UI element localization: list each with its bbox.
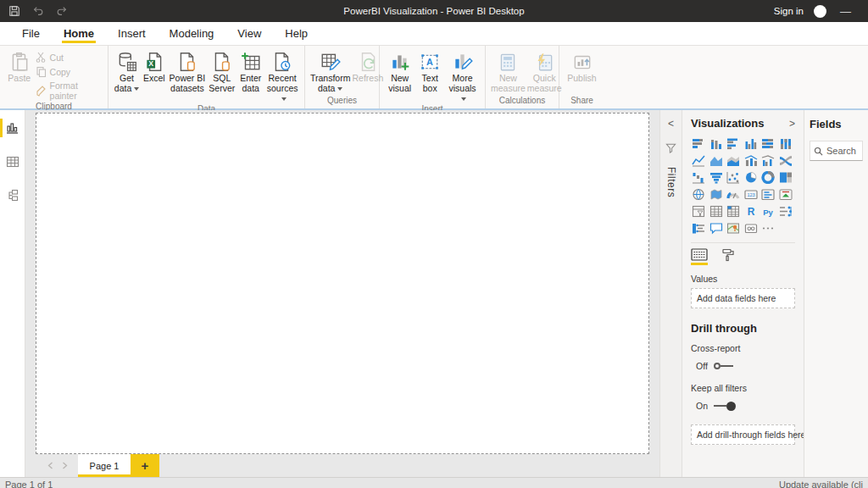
python-visual-icon[interactable]: Py (760, 204, 776, 219)
keep-all-filters-toggle[interactable]: On (696, 401, 795, 411)
next-page-icon[interactable] (62, 462, 68, 469)
field-wells-icon (691, 248, 708, 261)
menu-help[interactable]: Help (273, 22, 320, 45)
minimize-button[interactable]: — (837, 5, 854, 18)
sign-in-button[interactable]: Sign in (774, 6, 804, 16)
model-view-button[interactable] (0, 186, 25, 205)
excel-button[interactable]: X Excel (142, 49, 166, 83)
status-update-notice[interactable]: Update available (cli (779, 479, 863, 488)
kpi-icon[interactable] (778, 187, 793, 202)
cut-button[interactable]: Cut (36, 52, 103, 63)
cross-report-toggle[interactable]: Off (696, 361, 795, 371)
hundred-percent-stacked-bar-chart-icon[interactable] (760, 136, 776, 151)
menu-insert[interactable]: Insert (106, 22, 158, 45)
text-box-button[interactable]: A Text box (416, 49, 443, 93)
area-chart-icon[interactable] (709, 153, 724, 168)
menu-file[interactable]: File (10, 22, 52, 45)
format-paint-roller-icon (721, 248, 735, 262)
table-icon[interactable] (709, 204, 724, 219)
decomposition-tree-icon[interactable] (778, 204, 793, 219)
expand-filters-icon[interactable]: < (668, 119, 674, 129)
filled-map-icon[interactable] (709, 187, 724, 202)
group-label-queries: Queries (305, 95, 379, 108)
arcgis-map-icon[interactable] (726, 221, 741, 236)
menu-view[interactable]: View (225, 22, 273, 45)
publish-icon (571, 51, 593, 73)
add-page-button[interactable]: + (131, 454, 159, 477)
data-view-button[interactable] (0, 152, 25, 171)
copy-button[interactable]: Copy (36, 66, 103, 77)
paginated-report-icon[interactable] (743, 221, 759, 236)
line-chart-icon[interactable] (691, 153, 706, 168)
canvas-area: Page 1 + (25, 110, 659, 477)
card-icon[interactable]: 123 (743, 187, 759, 202)
keep-all-filters-label: Keep all filters (691, 383, 795, 393)
more-visuals-button[interactable]: More visuals (445, 49, 480, 103)
scatter-chart-icon[interactable] (726, 170, 741, 185)
collapse-visualizations-icon[interactable]: > (789, 119, 795, 129)
ribbon-group-clipboard: Paste Cut Copy (0, 46, 108, 108)
values-field-well[interactable]: Add data fields here (691, 288, 795, 308)
recent-sources-dropdown-icon (281, 97, 287, 101)
multi-row-card-icon[interactable] (760, 187, 776, 202)
slicer-icon[interactable] (691, 204, 706, 219)
paste-button[interactable]: Paste (5, 49, 34, 83)
drill-through-field-well[interactable]: Add drill-through fields here (691, 424, 795, 445)
format-painter-button[interactable]: Format painter (36, 80, 103, 101)
matrix-icon[interactable] (726, 204, 741, 219)
report-view-button[interactable] (0, 119, 25, 137)
more-visuals-icon[interactable] (760, 221, 776, 236)
sql-server-button[interactable]: SQL Server (208, 49, 236, 93)
tab-format[interactable] (721, 248, 735, 265)
prev-page-icon[interactable] (47, 462, 53, 469)
key-influencers-icon[interactable] (691, 221, 706, 236)
avatar[interactable] (814, 5, 826, 18)
enter-data-button[interactable]: Enter data (237, 49, 264, 93)
pie-chart-icon[interactable] (743, 170, 759, 185)
transform-data-button[interactable]: Transform data (310, 49, 350, 93)
treemap-icon[interactable] (778, 170, 793, 185)
recent-sources-button[interactable]: Recent sources (265, 49, 299, 103)
stacked-bar-chart-icon[interactable] (691, 136, 706, 151)
recent-sources-icon (271, 51, 293, 73)
tab-fields-wells[interactable] (691, 248, 708, 265)
refresh-button[interactable]: Refresh (352, 49, 383, 83)
fields-search-input[interactable]: Search (810, 141, 863, 161)
quick-measure-button[interactable]: Quick measure (527, 49, 562, 93)
new-measure-button[interactable]: New measure (491, 49, 526, 93)
ribbon-group-insert: New visual A Text box More visuals Inser… (380, 46, 486, 108)
line-and-stacked-column-chart-icon[interactable] (743, 153, 759, 168)
menu-modeling[interactable]: Modeling (158, 22, 226, 45)
publish-button[interactable]: Publish (565, 49, 599, 83)
power-bi-datasets-button[interactable]: Power BI datasets (168, 49, 206, 93)
filters-pane-title[interactable]: Filters (665, 167, 677, 197)
toggle-track (714, 405, 726, 407)
svg-text:X: X (148, 59, 153, 68)
hundred-percent-stacked-column-chart-icon[interactable] (778, 136, 793, 151)
page-tab[interactable]: Page 1 (78, 454, 131, 477)
view-switcher (0, 110, 25, 477)
stacked-column-chart-icon[interactable] (709, 136, 724, 151)
donut-chart-icon[interactable] (760, 170, 776, 185)
r-script-visual-icon[interactable]: R (743, 204, 759, 219)
save-icon[interactable] (8, 5, 20, 17)
clustered-bar-chart-icon[interactable] (726, 136, 741, 151)
get-data-button[interactable]: Get data (114, 49, 140, 93)
ribbon-group-share: Publish Share (559, 46, 604, 108)
new-visual-button[interactable]: New visual (385, 49, 415, 93)
waterfall-chart-icon[interactable] (691, 170, 706, 185)
get-data-dropdown-icon (134, 87, 139, 91)
line-and-clustered-column-chart-icon[interactable] (760, 153, 776, 168)
gauge-icon[interactable] (726, 187, 741, 202)
fields-pane: Fields Search (804, 110, 868, 477)
stacked-area-chart-icon[interactable] (726, 153, 741, 168)
ribbon-chart-icon[interactable] (778, 153, 793, 168)
menu-home[interactable]: Home (52, 22, 106, 45)
clustered-column-chart-icon[interactable] (743, 136, 759, 151)
map-icon[interactable] (691, 187, 706, 202)
funnel-chart-icon[interactable] (709, 170, 724, 185)
cross-report-state: Off (696, 361, 708, 371)
data-view-icon (6, 155, 19, 169)
report-page-canvas[interactable] (36, 113, 649, 454)
qa-visual-icon[interactable] (709, 221, 724, 236)
